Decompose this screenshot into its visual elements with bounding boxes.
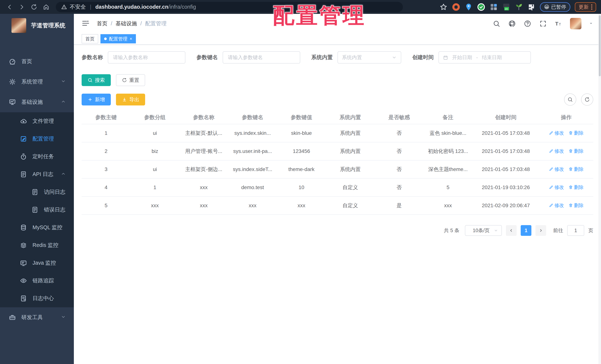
- chevron-down-icon: [494, 228, 498, 233]
- search-icon[interactable]: [492, 20, 501, 28]
- delete-link[interactable]: 删除: [569, 202, 584, 209]
- sidebar-item-4[interactable]: 配置管理: [0, 130, 74, 148]
- breadcrumb-item-1[interactable]: 基础设施: [116, 20, 137, 27]
- fullscreen-icon[interactable]: [539, 20, 547, 28]
- caret-down-icon[interactable]: [589, 21, 593, 26]
- refresh-icon: [122, 78, 127, 83]
- update-button[interactable]: 更新: [575, 2, 596, 12]
- reset-button[interactable]: 重置: [116, 74, 145, 86]
- download-icon: [122, 97, 127, 102]
- page-size-select[interactable]: 10条/页: [465, 225, 502, 236]
- back-icon[interactable]: [5, 2, 14, 12]
- cell: sys.index.skin...: [228, 124, 277, 142]
- current-page[interactable]: 1: [521, 225, 531, 236]
- cell: xxx: [424, 196, 472, 215]
- delete-link[interactable]: 删除: [569, 130, 584, 136]
- tab-0[interactable]: 首页: [82, 34, 98, 43]
- prev-page-button[interactable]: [506, 225, 517, 236]
- builtin-select[interactable]: 系统内置: [338, 51, 401, 63]
- svg-text:cn: cn: [505, 7, 508, 10]
- cell: 自定义: [326, 178, 375, 196]
- cn-badge-icon[interactable]: cn: [502, 3, 510, 11]
- delete-icon: [569, 131, 573, 135]
- sidebar-item-label: Redis 监控: [32, 242, 58, 249]
- orange-ring-icon[interactable]: [452, 3, 460, 11]
- sidebar-item-3[interactable]: 文件管理: [0, 112, 74, 130]
- leaf-icon[interactable]: [515, 3, 523, 11]
- edit-link[interactable]: 修改: [549, 166, 564, 172]
- hamburger-icon[interactable]: [82, 19, 90, 28]
- edit-link-label: 修改: [554, 166, 564, 172]
- help-icon[interactable]: [523, 20, 531, 28]
- export-button[interactable]: 导出: [116, 94, 145, 105]
- date-range-picker[interactable]: 开始日期 - 结束日期: [439, 51, 531, 63]
- cell: sys.user.init-pa...: [228, 142, 277, 160]
- scrollbar-thumb[interactable]: [599, 15, 601, 76]
- delete-link[interactable]: 删除: [569, 184, 584, 191]
- sidebar-item-14[interactable]: 研发工具: [0, 307, 74, 328]
- goto-page-input[interactable]: [567, 225, 584, 236]
- bookmark-star-icon[interactable]: [440, 3, 448, 11]
- refresh-icon: [584, 97, 590, 102]
- delete-link[interactable]: 删除: [569, 148, 584, 154]
- sidebar-item-12[interactable]: 链路追踪: [0, 272, 74, 290]
- edit-link[interactable]: 修改: [549, 130, 564, 136]
- add-button[interactable]: 新增: [82, 94, 111, 105]
- cell: xxx: [179, 178, 228, 196]
- forward-icon[interactable]: [17, 2, 27, 12]
- tool-icon: [9, 314, 16, 321]
- sidebar-item-11[interactable]: Java 监控: [0, 254, 74, 272]
- browser-nav-icons: [5, 2, 51, 12]
- tab-1[interactable]: 配置管理×: [100, 34, 136, 43]
- param-key-input[interactable]: [223, 51, 300, 63]
- sidebar-item-label: 日志中心: [32, 295, 54, 302]
- scrollbar[interactable]: [598, 14, 601, 364]
- search-button[interactable]: 搜索: [82, 74, 111, 86]
- sidebar-item-13[interactable]: 日志中心: [0, 290, 74, 307]
- breadcrumb-item-0[interactable]: 首页: [97, 20, 108, 27]
- puzzle-icon[interactable]: [527, 3, 535, 11]
- paused-badge[interactable]: 😀 已暂停: [540, 2, 570, 12]
- sidebar-item-9[interactable]: MySQL 监控: [0, 219, 74, 236]
- edit-link-label: 修改: [554, 130, 564, 136]
- table-row-1: 2biz用户管理-账号...sys.user.init-pa...123456系…: [82, 142, 593, 160]
- sidebar-item-8[interactable]: 错误日志: [0, 201, 74, 219]
- refresh-table-button[interactable]: [581, 93, 593, 106]
- delete-link[interactable]: 删除: [569, 166, 584, 172]
- fontsize-icon[interactable]: TT: [554, 20, 563, 28]
- table-toolbar-row: 新增 导出: [82, 93, 593, 106]
- sidebar-item-7[interactable]: 访问日志: [0, 183, 74, 201]
- url-path: /infra/config: [168, 4, 196, 10]
- delete-link-label: 删除: [574, 130, 584, 136]
- svg-text:T: T: [559, 22, 561, 26]
- cell: ui: [130, 160, 180, 178]
- sidebar-item-5[interactable]: 定时任务: [0, 148, 74, 165]
- sidebar-item-6[interactable]: API 日志: [0, 165, 74, 183]
- edit-link[interactable]: 修改: [549, 202, 564, 209]
- grid-icon[interactable]: [490, 3, 498, 11]
- param-name-input[interactable]: [108, 51, 185, 63]
- cell: 系统内置: [326, 160, 375, 178]
- sidebar-item-0[interactable]: 首页: [0, 51, 74, 72]
- github-icon[interactable]: [508, 20, 516, 28]
- actions-cell: 修改删除: [539, 160, 593, 178]
- sidebar-item-10[interactable]: Redis 监控: [0, 236, 74, 254]
- end-date-placeholder: 结束日期: [482, 54, 502, 61]
- sidebar-item-2[interactable]: 基础设施: [0, 92, 74, 112]
- cell: skin-blue: [277, 124, 326, 142]
- blue-pin-icon[interactable]: [465, 3, 473, 11]
- green-circle-icon[interactable]: [477, 3, 485, 11]
- sidebar-item-1[interactable]: 系统管理: [0, 72, 74, 92]
- next-page-button[interactable]: [535, 225, 546, 236]
- config-table: 参数主键参数分组参数名称参数键名参数键值系统内置是否敏感备注创建时间操作 1ui…: [82, 111, 593, 215]
- reload-icon[interactable]: [29, 2, 39, 12]
- app-logo-row[interactable]: 芋道管理系统: [0, 14, 74, 37]
- home-icon[interactable]: [41, 2, 51, 12]
- toggle-search-button[interactable]: [564, 93, 576, 106]
- edit-link[interactable]: 修改: [549, 148, 564, 154]
- edit-link[interactable]: 修改: [549, 184, 564, 191]
- kebab-menu-icon[interactable]: [591, 4, 592, 10]
- close-tab-icon[interactable]: ×: [130, 37, 132, 41]
- user-avatar[interactable]: [570, 18, 581, 29]
- breadcrumb-item-2: 配置管理: [145, 20, 167, 27]
